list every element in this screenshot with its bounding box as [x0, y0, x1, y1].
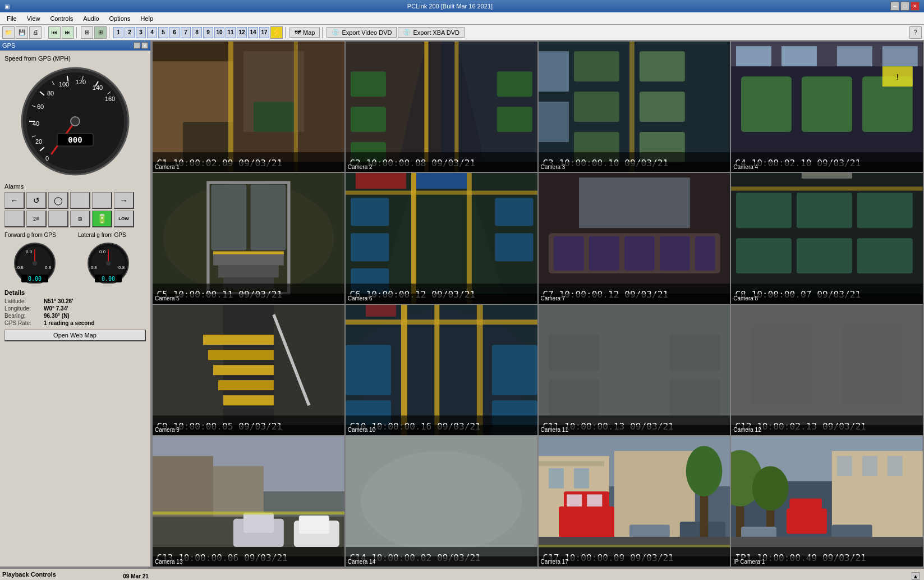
- cam-btn-8[interactable]: 8: [192, 27, 202, 38]
- alarm-btn-green[interactable]: 🔋: [92, 211, 112, 227]
- cam-btn-7[interactable]: 7: [181, 27, 191, 38]
- camera-cell-13[interactable]: C13 10:00:00.06 09/03/21 Camera 13: [153, 436, 344, 567]
- lateral-g-meter: -0.8 0.0 0.8 -1.6 0.00: [78, 240, 139, 284]
- toolbar-sep-3: [109, 27, 111, 38]
- svg-rect-83: [782, 46, 817, 66]
- toolbar-btn-1[interactable]: 📁: [2, 26, 15, 39]
- menu-view[interactable]: View: [22, 14, 45, 23]
- alarm-btn-forward[interactable]: →: [114, 192, 134, 209]
- toolbar-btn-3[interactable]: 🖨: [29, 26, 42, 39]
- toolbar-btn-5[interactable]: ⏭: [62, 26, 74, 39]
- svg-rect-123: [624, 236, 654, 271]
- help-button[interactable]: ?: [909, 26, 922, 39]
- cam-btn-14[interactable]: 14: [248, 27, 258, 38]
- alarm-btn-5[interactable]: [92, 192, 112, 209]
- svg-rect-74: [639, 51, 684, 81]
- camera-cell-4[interactable]: ! C4 10:00:02.10 09/03/21 Camera 4: [731, 42, 923, 172]
- gps-minimize-btn[interactable]: _: [134, 42, 140, 49]
- cam-btn-17[interactable]: 17: [259, 27, 269, 38]
- restore-button[interactable]: □: [900, 2, 909, 11]
- forward-g-meter: -0.8 0.0 0.8 -1.6 0.00: [4, 240, 65, 284]
- map-button[interactable]: 🗺 Map: [289, 28, 320, 38]
- gps-rate-val: 1 reading a second: [44, 320, 95, 326]
- svg-rect-157: [346, 345, 391, 395]
- camera-17-label: Camera 17: [539, 556, 730, 567]
- cam-btn-4[interactable]: 4: [147, 27, 157, 38]
- toolbar-btn-2[interactable]: 💾: [16, 26, 28, 39]
- cam-btn-10[interactable]: 10: [214, 27, 224, 38]
- camera-6-label: Camera 6: [346, 294, 537, 304]
- camera-cell-11[interactable]: C11 10:00:00.13 09/03/21 Camera 11: [539, 305, 730, 435]
- cam-btn-11[interactable]: 11: [226, 27, 236, 38]
- svg-rect-62: [497, 71, 532, 97]
- alarm-btn-10[interactable]: ⊞: [70, 211, 90, 227]
- menu-help[interactable]: Help: [136, 14, 158, 23]
- toolbar-grid-1[interactable]: ⊞: [81, 26, 93, 39]
- camera-cell-6[interactable]: C6 10:00:00.12 09/03/21 Camera 6: [346, 173, 537, 303]
- svg-rect-146: [203, 335, 274, 345]
- map-icon: 🗺: [295, 29, 301, 36]
- camera-cell-9[interactable]: C9 10:00:00.05 09/03/21 Camera 9: [153, 305, 344, 435]
- svg-rect-199: [548, 468, 563, 488]
- alarm-btn-low[interactable]: LOW: [114, 211, 134, 227]
- alarm-btn-circle[interactable]: ◯: [48, 192, 68, 209]
- cam-btn-12[interactable]: 12: [237, 27, 247, 38]
- menu-file[interactable]: File: [2, 14, 21, 23]
- camera-grid: C1 10:00:02.09 09/03/21 Camera 1: [151, 40, 924, 568]
- camera-cell-17[interactable]: C17 10:00:00.09 09/03/21 Camera 17: [539, 436, 730, 567]
- menu-audio[interactable]: Audio: [79, 14, 103, 23]
- camera-cell-2[interactable]: C2 10:00:00.08 09/03/21 Camera 2: [346, 42, 537, 172]
- alarm-btn-4[interactable]: [70, 192, 90, 209]
- svg-rect-121: [553, 236, 583, 271]
- camera-cell-ip1[interactable]: IP1 10:00:00.49 09/03/21 IP Camera 1: [731, 436, 923, 567]
- svg-rect-205: [587, 494, 602, 506]
- svg-rect-200: [573, 468, 589, 488]
- timeline-scroll-up[interactable]: ▲: [912, 572, 920, 580]
- svg-rect-86: [741, 76, 792, 132]
- camera-cell-8[interactable]: C8 10:00:00.07 09/03/21 Camera 8: [731, 173, 923, 303]
- forward-g-label: Forward g from GPS: [4, 232, 72, 238]
- cam-btn-2[interactable]: 2: [125, 27, 135, 38]
- alarm-btn-undo[interactable]: ↺: [26, 192, 47, 209]
- menu-options[interactable]: Options: [105, 14, 135, 23]
- gps-close-btn[interactable]: ✕: [141, 42, 148, 49]
- camera-cell-10[interactable]: C10 10:00:00.16 09/03/21 Camera 10: [346, 305, 537, 435]
- svg-rect-84: [837, 46, 872, 66]
- cam-btn-9[interactable]: 9: [203, 27, 213, 38]
- cam-btn-1[interactable]: 1: [113, 27, 123, 38]
- menu-controls[interactable]: Controls: [45, 14, 77, 23]
- alarm-btn-dual[interactable]: 2⊞: [26, 211, 47, 227]
- toolbar-grid-2[interactable]: ⊞: [94, 26, 107, 39]
- camera-cell-3[interactable]: C3 10:00:00.10 09/03/21 Camera 3: [539, 42, 730, 172]
- cam-btn-5[interactable]: 5: [158, 27, 168, 38]
- alarm-btn-back[interactable]: ←: [4, 192, 25, 209]
- alarm-btn-7[interactable]: [4, 211, 25, 227]
- camera-cell-7[interactable]: C7 10:00:00.12 09/03/21 Camera 7: [539, 173, 730, 303]
- svg-rect-131: [797, 193, 852, 228]
- svg-rect-125: [695, 236, 715, 271]
- alarm-btn-9[interactable]: [48, 211, 68, 227]
- camera-cell-1[interactable]: C1 10:00:02.09 09/03/21 Camera 1: [153, 42, 344, 172]
- cam-btn-6[interactable]: 6: [169, 27, 180, 38]
- latitude-val: N51° 30.26': [44, 298, 73, 304]
- svg-rect-63: [497, 107, 532, 132]
- open-map-button[interactable]: Open Web Map: [4, 330, 146, 341]
- close-button[interactable]: ✕: [911, 2, 920, 11]
- gps-panel-title: GPS: [2, 42, 15, 49]
- camera-cell-14[interactable]: C14 10:00:00.02 09/03/21 Camera 14: [346, 436, 537, 567]
- svg-rect-130: [736, 193, 792, 228]
- export-xba-button[interactable]: 💿 Export XBA DVD: [398, 27, 465, 38]
- xba-icon: 💿: [403, 29, 411, 36]
- svg-text:-0.8: -0.8: [89, 265, 97, 270]
- speedometer: 0 20 40 60 80 100 120 140 160: [19, 65, 131, 177]
- cam-btn-3[interactable]: 3: [136, 27, 146, 38]
- toolbar-btn-special[interactable]: ⚡: [270, 26, 283, 39]
- export-dvd-button[interactable]: 💿 Export Video DVD: [327, 27, 397, 38]
- svg-text:80: 80: [47, 90, 54, 97]
- camera-4-label: Camera 4: [731, 162, 923, 172]
- camera-cell-5[interactable]: C5 10:00:00.11 09/03/21 Camera 5: [153, 173, 344, 303]
- camera-cell-12[interactable]: C12 10:00:02.13 09/03/21 Camera 12: [731, 305, 923, 435]
- toolbar-btn-4[interactable]: ⏮: [48, 26, 61, 39]
- title-bar: ▣ PCLink 200 [Built Mar 16 2021] ─ □ ✕: [0, 0, 924, 12]
- minimize-button[interactable]: ─: [890, 2, 899, 11]
